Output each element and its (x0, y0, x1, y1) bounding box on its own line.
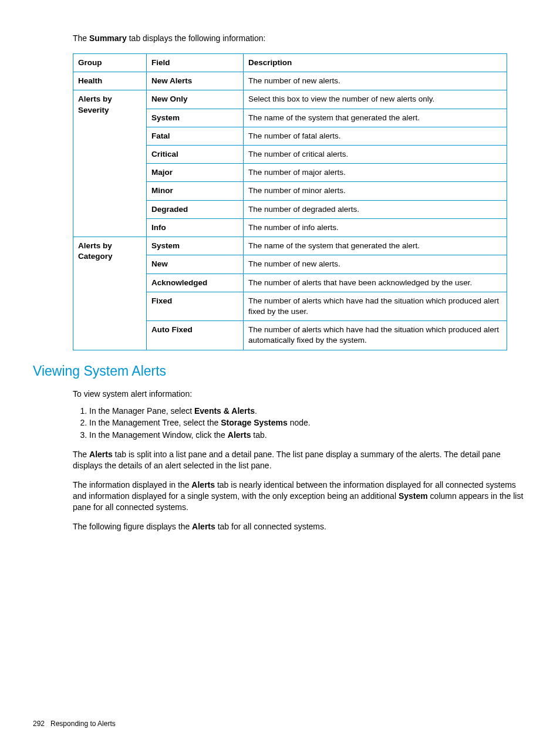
table-cell-field: Fatal (147, 127, 244, 145)
table-cell-desc: The number of new alerts. (244, 255, 507, 274)
paragraph-2: The information displayed in the Alerts … (73, 480, 527, 513)
summary-table: Group Field Description HealthNew Alerts… (73, 53, 507, 350)
table-cell-field: Degraded (147, 200, 244, 218)
table-cell-desc: Select this box to view the number of ne… (244, 90, 507, 109)
th-group: Group (73, 53, 147, 72)
table-cell-field: System (147, 237, 244, 255)
table-cell-desc: The number of minor alerts. (244, 182, 507, 200)
table-cell-desc: The name of the system that generated th… (244, 237, 507, 255)
table-cell-group: Health (73, 72, 147, 90)
step-item: In the Management Tree, select the Stora… (89, 417, 527, 428)
table-cell-field: Auto Fixed (147, 321, 244, 350)
table-cell-field: New Alerts (147, 72, 244, 90)
table-cell-field: Critical (147, 145, 244, 163)
paragraph-3: The following figure displays the Alerts… (73, 521, 527, 532)
step-item: In the Manager Pane, select Events & Ale… (89, 406, 527, 417)
table-cell-field: Info (147, 218, 244, 237)
paragraph-1: The Alerts tab is split into a list pane… (73, 449, 527, 471)
table-cell-desc: The number of alerts which have had the … (244, 292, 507, 320)
table-cell-field: New (147, 255, 244, 274)
steps-list: In the Manager Pane, select Events & Ale… (73, 406, 527, 441)
table-cell-desc: The number of alerts which have had the … (244, 321, 507, 350)
table-cell-desc: The name of the system that generated th… (244, 109, 507, 127)
intro-bold: Summary (89, 33, 127, 43)
table-cell-desc: The number of info alerts. (244, 218, 507, 237)
th-desc: Description (244, 53, 507, 72)
table-cell-field: System (147, 109, 244, 127)
intro-post: tab displays the following information: (127, 33, 266, 43)
table-cell-group: Alerts by Severity (73, 90, 147, 237)
table-cell-field: Fixed (147, 292, 244, 320)
table-cell-desc: The number of major alerts. (244, 164, 507, 182)
table-cell-group: Alerts by Category (73, 237, 147, 350)
table-cell-field: Major (147, 164, 244, 182)
table-cell-field: New Only (147, 90, 244, 109)
table-cell-desc: The number of critical alerts. (244, 145, 507, 163)
intro-pre: The (73, 33, 89, 43)
table-cell-desc: The number of new alerts. (244, 72, 507, 90)
table-cell-desc: The number of fatal alerts. (244, 127, 507, 145)
table-cell-field: Acknowledged (147, 274, 244, 292)
table-cell-desc: The number of alerts that have been ackn… (244, 274, 507, 292)
th-field: Field (147, 53, 244, 72)
step-item: In the Management Window, click the Aler… (89, 430, 527, 441)
intro-paragraph: The Summary tab displays the following i… (73, 33, 527, 44)
section-heading: Viewing System Alerts (33, 362, 527, 380)
table-cell-field: Minor (147, 182, 244, 200)
table-cell-desc: The number of degraded alerts. (244, 200, 507, 218)
view-intro: To view system alert information: (73, 389, 527, 400)
